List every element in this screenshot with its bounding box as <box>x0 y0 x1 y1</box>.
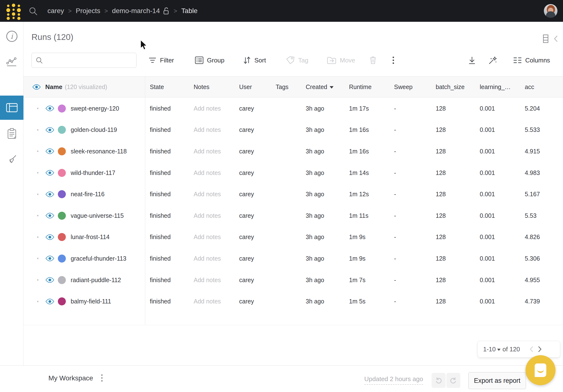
run-user[interactable]: carey <box>234 148 271 155</box>
run-notes[interactable]: Add notes <box>189 126 234 133</box>
run-name[interactable]: golden-cloud-119 <box>71 126 117 133</box>
run-color-dot[interactable] <box>58 276 66 284</box>
drag-handle-dot[interactable] <box>37 108 38 109</box>
run-notes[interactable]: Add notes <box>189 212 234 219</box>
name-header-cell[interactable]: Name (120 visualized) <box>24 76 145 97</box>
drag-handle-dot[interactable] <box>37 194 38 195</box>
sidebar-item-reports[interactable] <box>0 121 24 146</box>
run-name[interactable]: neat-fire-116 <box>71 191 104 198</box>
run-notes[interactable]: Add notes <box>189 255 234 262</box>
run-notes[interactable]: Add notes <box>189 105 234 112</box>
run-color-dot[interactable] <box>58 169 66 177</box>
run-user[interactable]: carey <box>234 105 271 112</box>
next-page-button[interactable] <box>538 346 542 353</box>
runs-search-input[interactable] <box>46 57 133 64</box>
visibility-eye-icon[interactable] <box>45 105 54 112</box>
drag-handle-dot[interactable] <box>37 172 38 174</box>
visibility-eye-icon[interactable] <box>45 170 54 176</box>
page-range[interactable]: 1-10 <box>483 345 496 353</box>
run-color-dot[interactable] <box>58 126 66 134</box>
export-as-report-button[interactable]: Export as report <box>468 372 526 389</box>
panel-stack-icon[interactable] <box>543 34 549 43</box>
visibility-eye-icon[interactable] <box>45 234 54 240</box>
run-color-dot[interactable] <box>58 104 66 113</box>
drag-handle-dot[interactable] <box>37 301 38 302</box>
run-name[interactable]: sleek-resonance-118 <box>71 148 127 155</box>
run-color-dot[interactable] <box>58 147 66 155</box>
group-button[interactable]: Group <box>195 53 224 68</box>
visibility-eye-icon[interactable] <box>32 84 41 90</box>
download-csv-button[interactable] <box>468 53 476 68</box>
more-actions-button[interactable] <box>393 53 394 68</box>
header-acc[interactable]: acc <box>520 76 563 97</box>
run-color-dot[interactable] <box>58 212 66 220</box>
header-tags[interactable]: Tags <box>271 76 301 97</box>
run-user[interactable]: carey <box>234 255 271 262</box>
chat-widget-button[interactable] <box>525 355 555 385</box>
run-color-dot[interactable] <box>58 254 66 263</box>
run-user[interactable]: carey <box>234 233 271 240</box>
workspace-name[interactable]: My Workspace <box>48 374 93 382</box>
header-created[interactable]: Created <box>301 76 344 97</box>
collapse-chevron-icon[interactable] <box>554 35 558 42</box>
breadcrumb-entity[interactable]: carey <box>47 7 64 15</box>
run-user[interactable]: carey <box>234 277 271 284</box>
updated-timestamp[interactable]: Updated 2 hours ago <box>364 375 423 385</box>
run-user[interactable]: carey <box>234 298 271 305</box>
header-notes[interactable]: Notes <box>189 76 234 97</box>
run-name[interactable]: vague-universe-115 <box>71 212 124 219</box>
page-size-dropdown-icon[interactable] <box>497 349 500 351</box>
run-user[interactable]: carey <box>234 191 271 198</box>
run-notes[interactable]: Add notes <box>189 169 234 177</box>
workspace-menu-kebab-icon[interactable] <box>101 374 103 382</box>
header-user[interactable]: User <box>234 76 271 97</box>
visibility-eye-icon[interactable] <box>45 127 54 133</box>
breadcrumb-tab[interactable]: Table <box>181 7 197 15</box>
drag-handle-dot[interactable] <box>37 215 38 216</box>
drag-handle-dot[interactable] <box>37 151 38 152</box>
run-name[interactable]: balmy-field-111 <box>71 298 111 305</box>
run-user[interactable]: carey <box>234 169 271 177</box>
undo-button[interactable] <box>432 373 446 388</box>
visibility-eye-icon[interactable] <box>45 255 54 262</box>
run-notes[interactable]: Add notes <box>189 233 234 240</box>
table-row[interactable]: lunar-frost-114 finished Add notes carey… <box>24 227 563 248</box>
run-name[interactable]: radiant-puddle-112 <box>71 277 121 284</box>
run-name[interactable]: swept-energy-120 <box>71 105 119 112</box>
run-user[interactable]: carey <box>234 212 271 219</box>
search-icon[interactable] <box>28 7 38 16</box>
sort-button[interactable]: Sort <box>243 53 266 68</box>
run-notes[interactable]: Add notes <box>189 277 234 284</box>
drag-handle-dot[interactable] <box>37 129 38 131</box>
table-row[interactable]: golden-cloud-119 finished Add notes care… <box>24 119 563 141</box>
visibility-eye-icon[interactable] <box>45 148 54 154</box>
header-batch-size[interactable]: batch_size <box>431 76 475 97</box>
breadcrumb-projects[interactable]: Projects <box>76 7 100 15</box>
sidebar-item-overview[interactable]: i <box>0 24 24 48</box>
run-user[interactable]: carey <box>234 126 271 133</box>
table-row[interactable]: sleek-resonance-118 finished Add notes c… <box>24 140 563 162</box>
table-row[interactable]: swept-energy-120 finished Add notes care… <box>24 98 563 119</box>
run-name[interactable]: lunar-frost-114 <box>71 233 110 240</box>
visibility-eye-icon[interactable] <box>45 277 54 283</box>
run-notes[interactable]: Add notes <box>189 191 234 198</box>
table-row[interactable]: vague-universe-115 finished Add notes ca… <box>24 205 563 227</box>
run-notes[interactable]: Add notes <box>189 148 234 155</box>
header-sweep[interactable]: Sweep <box>389 76 431 97</box>
columns-button[interactable]: Columns <box>513 53 550 68</box>
sidebar-item-runs-table[interactable] <box>0 96 24 120</box>
visibility-eye-icon[interactable] <box>45 298 54 305</box>
redo-button[interactable] <box>446 373 460 388</box>
table-row[interactable]: graceful-thunder-113 finished Add notes … <box>24 248 563 269</box>
table-row[interactable]: balmy-field-111 finished Add notes carey… <box>24 291 563 312</box>
run-name[interactable]: wild-thunder-117 <box>71 169 115 177</box>
drag-handle-dot[interactable] <box>37 258 38 259</box>
visibility-eye-icon[interactable] <box>45 213 54 219</box>
drag-handle-dot[interactable] <box>37 236 38 238</box>
visibility-eye-icon[interactable] <box>45 191 54 197</box>
header-learning-rate[interactable]: learning_… <box>475 76 520 97</box>
header-runtime[interactable]: Runtime <box>344 76 389 97</box>
sidebar-item-sweeps[interactable] <box>0 148 24 172</box>
run-color-dot[interactable] <box>58 190 66 198</box>
magic-wand-button[interactable] <box>488 53 498 68</box>
